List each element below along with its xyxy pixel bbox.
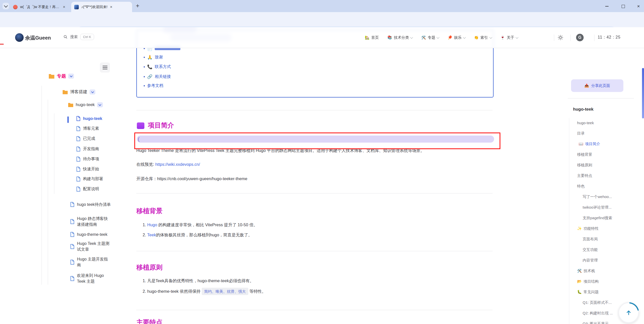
- window-maximize-button[interactable]: [618, 3, 628, 10]
- sidebar-item-file[interactable]: 开发指南: [76, 146, 99, 152]
- toc-item[interactable]: twikoo评论管理...: [583, 205, 612, 210]
- sidebar-item-doc[interactable]: hugo teek待办清单: [70, 199, 113, 210]
- nav-item-categories[interactable]: 📚技术分类: [387, 35, 413, 40]
- sidebar-item-label: Hugo Teek 主题测试文章: [77, 241, 111, 252]
- browser-tab-1[interactable]: w(゜Д゜)w 不要走！再看看嘛！ ×: [10, 2, 68, 12]
- divider: [136, 193, 493, 193]
- toc-item[interactable]: 写了一个wehoo...: [583, 194, 612, 200]
- site-logo-avatar[interactable]: [15, 33, 24, 42]
- preview-label: 在线预览:: [136, 162, 155, 167]
- clock-display: 11 : 42 : 25: [598, 35, 621, 40]
- toc-card-item[interactable]: 🙏 致谢: [144, 54, 163, 60]
- toc-item[interactable]: 移植背景: [577, 152, 592, 157]
- nav-item-fun[interactable]: 🏓娱乐: [448, 35, 465, 40]
- sidebar-item-file[interactable]: 构建与部署: [76, 176, 103, 182]
- bullet-icon: [144, 85, 145, 86]
- back-to-top-button[interactable]: [618, 302, 639, 323]
- sidebar-item-doc[interactable]: Hugo 静态博客快速搭建指南: [70, 216, 113, 227]
- toc-card-link[interactable]: 相关链接: [155, 74, 171, 79]
- sidebar-collapse-button[interactable]: [100, 62, 110, 73]
- toc-card-item[interactable]: 参考文档: [144, 83, 163, 88]
- toc-card-item[interactable]: 📞 联系方式: [144, 64, 171, 70]
- toc-item[interactable]: 🛠️技术栈: [577, 268, 595, 274]
- toc-item[interactable]: Q2: 构建时出现 ...: [583, 310, 613, 316]
- teek-link[interactable]: Teek: [147, 233, 156, 237]
- sidebar-item-file[interactable]: 快速开始: [76, 167, 99, 172]
- toc-item[interactable]: 特色: [577, 183, 585, 189]
- chevron-down-icon: [516, 36, 518, 39]
- sidebar-item-doc[interactable]: Hugo 主题开发指南: [70, 256, 113, 268]
- folder-icon: [68, 102, 73, 107]
- toc-item[interactable]: 📂项目结构: [577, 279, 599, 284]
- bug-icon: 🐛: [577, 290, 582, 294]
- collapse-chevron-button[interactable]: [90, 89, 95, 94]
- sidebar-root-label: 专题: [57, 73, 66, 79]
- nav-item-about[interactable]: 🍷关于: [500, 35, 518, 40]
- new-tab-button[interactable]: +: [136, 2, 139, 9]
- scrollbar-thumb[interactable]: [642, 68, 644, 118]
- site-title[interactable]: 余温Gueen: [25, 35, 51, 41]
- sidebar-item-file[interactable]: hugo-teek: [76, 116, 102, 121]
- wine-icon: 🍷: [500, 35, 505, 40]
- sidebar-item-file[interactable]: 博客元素: [76, 126, 99, 131]
- toc-item[interactable]: hugo-teek: [577, 120, 594, 125]
- sidebar-folder-hugo-teek[interactable]: hugo-teek: [68, 102, 103, 107]
- toc-item-active[interactable]: 📖项目简介: [579, 141, 600, 147]
- sidebar-root-topic[interactable]: 专题: [49, 73, 74, 79]
- sidebar-item-label: Hugo 主题开发指南: [77, 256, 111, 268]
- tab-search-button[interactable]: [3, 3, 9, 9]
- collapse-chevron-button[interactable]: [68, 74, 74, 79]
- theme-toggle-sun-icon[interactable]: [557, 35, 564, 41]
- divider: [554, 35, 554, 41]
- toc-item[interactable]: 移植原则: [577, 162, 592, 168]
- nav-item-home[interactable]: 🏡首页: [365, 35, 379, 40]
- toc-item[interactable]: 内容管理: [583, 257, 598, 263]
- share-page-button[interactable]: 📤 分享此页面: [571, 79, 623, 92]
- hugo-link[interactable]: Hugo: [147, 222, 157, 227]
- sidebar-item-doc[interactable]: 欢迎来到 Hugo Teek 主题: [70, 273, 113, 284]
- preview-link[interactable]: https://wiki.xxdevops.cn/: [155, 162, 200, 167]
- sidebar-item-label: 开发指南: [83, 146, 99, 152]
- collapse-chevron-button[interactable]: [97, 102, 103, 107]
- file-icon: [76, 136, 81, 141]
- window-close-button[interactable]: ×: [633, 3, 643, 10]
- nav-item-index[interactable]: 👏索引: [474, 35, 492, 40]
- divider: [568, 98, 634, 99]
- browser-tab-2-active[interactable]: ♪(^∇^*)欢迎回来! ×: [71, 2, 132, 12]
- sidebar-item-file[interactable]: 待办事项: [76, 156, 99, 162]
- toc-item[interactable]: Q3: 图片不显示: [583, 321, 609, 324]
- file-icon: [70, 202, 75, 207]
- git-repo-icon[interactable]: G: [576, 34, 584, 41]
- sidebar-item-doc[interactable]: Hugo Teek 主题测试文章: [70, 241, 113, 252]
- toc-item[interactable]: 支持pagefind搜索: [583, 215, 612, 221]
- toc-card-item[interactable]: 🔗 相关链接: [144, 74, 171, 79]
- toc-item[interactable]: 交互功能: [583, 247, 598, 252]
- toc-card-link[interactable]: 致谢: [155, 55, 163, 60]
- toc-item[interactable]: 页面布局: [583, 236, 598, 242]
- toc-item[interactable]: 目录: [577, 131, 585, 136]
- tab1-close-icon[interactable]: ×: [63, 5, 65, 9]
- web-page: 📄 🙏 致谢 📞 联系方式 🔗 相关链接 参考文档: [0, 27, 644, 324]
- search-button[interactable]: 搜索 Ctrl K: [63, 34, 94, 40]
- toc-item[interactable]: ✨功能特性: [577, 226, 599, 231]
- chevron-down-icon: [463, 36, 466, 39]
- toc-card-link[interactable]: 参考文档: [147, 83, 163, 88]
- clap-icon: 👏: [474, 35, 479, 40]
- toc-item[interactable]: Q1: 页面样式不...: [583, 300, 612, 305]
- sidebar-group-blog[interactable]: 博客搭建: [62, 89, 95, 95]
- tree-guide-line: [42, 86, 42, 285]
- maximize-icon: [622, 5, 625, 8]
- nav-item-topics[interactable]: 🛠️专题: [421, 35, 439, 40]
- tab2-close-icon[interactable]: ×: [110, 5, 112, 9]
- tab2-title: ♪(^∇^*)欢迎回来!: [81, 5, 107, 9]
- list-text: 2. hugo-theme-teek 依然得保持: [143, 289, 202, 294]
- toc-item[interactable]: 🐛常见问题: [577, 289, 599, 295]
- sidebar-item-doc[interactable]: hugo-theme-teek: [70, 229, 113, 240]
- sidebar-item-file[interactable]: 已完成: [76, 136, 95, 141]
- divider: [594, 35, 594, 41]
- list-number: 2.: [143, 233, 147, 237]
- sidebar-item-file[interactable]: 配置说明: [76, 186, 99, 192]
- toc-item[interactable]: 主要特点: [577, 173, 592, 178]
- toc-card-link[interactable]: 联系方式: [155, 64, 171, 70]
- window-minimize-button[interactable]: [602, 3, 612, 10]
